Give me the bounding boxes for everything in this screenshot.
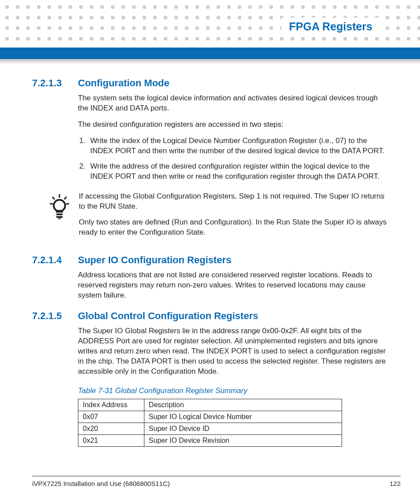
table-caption: Table 7-31 Global Configuration Register…: [78, 386, 389, 395]
header-shadow: [0, 59, 420, 64]
table-row: 0x21 Super IO Device Revision: [78, 434, 342, 446]
svg-rect-6: [56, 213, 63, 215]
section-7-2-1-4: 7.2.1.4 Super IO Configuration Registers…: [32, 254, 389, 301]
table-header: Index Address: [78, 399, 144, 411]
tip-note: If accessing the Global Configuration Re…: [32, 191, 389, 244]
table-cell: Super IO Device Revision: [144, 434, 342, 446]
section-title: Global Control Configuration Registers: [78, 310, 258, 322]
section-number: 7.2.1.3: [32, 77, 78, 89]
table-cell: Super IO Device ID: [144, 423, 342, 434]
body-paragraph: The desired configuration registers are …: [78, 120, 389, 130]
table-header-row: Index Address Description: [78, 399, 342, 411]
section-title: Configuration Mode: [78, 77, 169, 89]
footer-doc-title: iVPX7225 Installation and Use (6806800S1…: [32, 480, 170, 487]
list-item: Write the index of the Logical Device Nu…: [88, 136, 389, 156]
footer-page-number: 122: [390, 480, 401, 487]
section-7-2-1-3: 7.2.1.3 Configuration Mode The system se…: [32, 77, 389, 182]
table-header: Description: [144, 399, 342, 411]
table-cell: 0x07: [78, 411, 144, 423]
table-row: 0x20 Super IO Device ID: [78, 423, 342, 434]
table-row: 0x07 Super IO Logical Device Number: [78, 411, 342, 423]
note-paragraph: Only two states are defined (Run and Con…: [79, 217, 389, 238]
page-content: 7.2.1.3 Configuration Mode The system se…: [32, 77, 389, 447]
section-7-2-1-5: 7.2.1.5 Global Control Configuration Reg…: [32, 310, 389, 377]
section-title: Super IO Configuration Registers: [78, 254, 231, 266]
table-cell: 0x21: [78, 434, 144, 446]
global-config-register-table: Index Address Description 0x07 Super IO …: [78, 399, 342, 447]
section-number: 7.2.1.4: [32, 254, 78, 266]
list-item: Write the address of the desired configu…: [88, 162, 389, 182]
page-footer: iVPX7225 Installation and Use (6806800S1…: [32, 476, 401, 487]
body-paragraph: The system sets the logical device infor…: [78, 93, 389, 114]
svg-line-2: [64, 197, 66, 199]
note-paragraph: If accessing the Global Configuration Re…: [79, 191, 389, 212]
section-number: 7.2.1.5: [32, 310, 78, 322]
svg-point-5: [54, 200, 65, 211]
svg-line-1: [52, 197, 55, 199]
body-paragraph: The Super IO Global Registers lie in the…: [78, 326, 389, 377]
lightbulb-icon: [48, 191, 71, 244]
svg-rect-7: [56, 216, 63, 218]
header-blue-bar: [0, 48, 420, 59]
table-cell: 0x20: [78, 423, 144, 434]
body-paragraph: Address locations that are not listed ar…: [78, 270, 389, 301]
table-cell: Super IO Logical Device Number: [144, 411, 342, 423]
page-header-title: FPGA Registers: [281, 18, 380, 36]
